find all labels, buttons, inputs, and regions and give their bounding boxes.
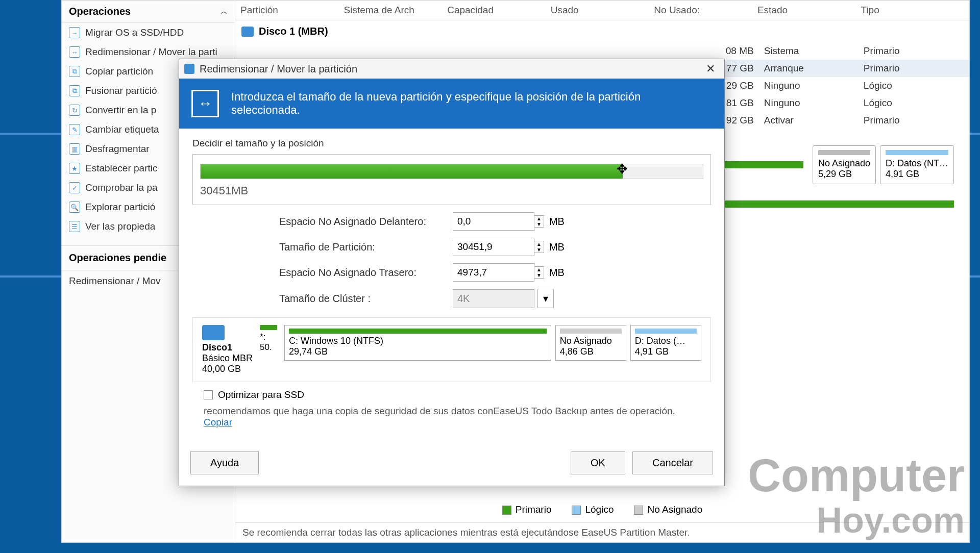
preview-segment[interactable]: No Asignado4,86 GB bbox=[555, 325, 626, 361]
cluster-size-label: Tamaño de Clúster : bbox=[279, 293, 453, 305]
disk-row[interactable]: Disco 1 (MBR) bbox=[235, 20, 969, 42]
operation-icon: ⧉ bbox=[69, 85, 80, 96]
operation-icon: → bbox=[69, 27, 80, 38]
operation-icon: ★ bbox=[69, 163, 80, 174]
close-icon[interactable]: ✕ bbox=[702, 62, 719, 76]
sidebar-item-label: Explorar partició bbox=[85, 202, 155, 213]
rear-space-spinner[interactable]: ▲▼ bbox=[534, 266, 544, 279]
disk-icon bbox=[202, 325, 225, 340]
column-header[interactable]: Capacidad bbox=[447, 5, 551, 16]
sidebar-item-label: Fusionar partició bbox=[85, 85, 157, 96]
unit-label: MB bbox=[549, 216, 565, 228]
sidebar-item-label: Convertir en la p bbox=[85, 105, 156, 116]
column-header[interactable]: Estado bbox=[757, 5, 861, 16]
dialog-title: Redimensionar / Mover la partición bbox=[200, 63, 357, 75]
preview-disk-size: 40,00 GB bbox=[202, 364, 253, 374]
cluster-dropdown-icon[interactable]: ▾ bbox=[537, 289, 554, 308]
legend-item: Primario bbox=[502, 504, 552, 515]
preview-tiny-segment: *: 50. bbox=[260, 325, 277, 353]
disk-icon bbox=[241, 27, 254, 37]
sidebar-item[interactable]: →Migrar OS a SSD/HDD bbox=[62, 23, 235, 42]
legend: PrimarioLógicoNo Asignado bbox=[235, 497, 969, 522]
size-position-label: Decidir el tamaño y la posición bbox=[192, 138, 711, 149]
preview-segment[interactable]: D: Datos (…4,91 GB bbox=[630, 325, 701, 361]
slider-fill: ✥ bbox=[201, 164, 623, 179]
disk-info: Disco1 Básico MBR 40,00 GB bbox=[202, 325, 253, 374]
sidebar-title: Operaciones bbox=[69, 6, 131, 17]
unit-label: MB bbox=[549, 267, 565, 279]
sidebar-item-label: Establecer partic bbox=[85, 163, 158, 174]
column-header[interactable]: Usado bbox=[551, 5, 654, 16]
operation-icon: 🔍 bbox=[69, 202, 80, 213]
sidebar-item-label: Desfragmentar bbox=[85, 143, 150, 155]
backup-recommendation: recomendamos que haga una copia de segur… bbox=[192, 404, 711, 435]
disk-map-segment[interactable]: No Asignado5,29 GB bbox=[813, 145, 876, 184]
preview-segment[interactable]: C: Windows 10 (NTFS)29,74 GB bbox=[284, 325, 551, 361]
sidebar-item-label: Redimensionar / Mover la parti bbox=[85, 46, 217, 58]
rear-space-label: Espacio No Asignado Trasero: bbox=[279, 267, 453, 279]
collapse-icon[interactable]: ︿ bbox=[220, 7, 228, 16]
app-icon bbox=[184, 64, 194, 74]
dialog-titlebar[interactable]: Redimensionar / Mover la partición ✕ bbox=[179, 59, 724, 79]
help-button[interactable]: Ayuda bbox=[190, 451, 259, 474]
ssd-checkbox[interactable] bbox=[204, 390, 213, 399]
column-header[interactable]: No Usado: bbox=[654, 5, 757, 16]
legend-item: Lógico bbox=[572, 504, 614, 515]
dialog-banner: ↔ Introduzca el tamaño de la nueva parti… bbox=[179, 79, 724, 129]
disk-label: Disco 1 (MBR) bbox=[259, 26, 328, 37]
preview-disk-type: Básico MBR bbox=[202, 353, 253, 364]
unit-label: MB bbox=[549, 241, 565, 253]
preview-disk-name: Disco1 bbox=[202, 342, 253, 353]
rear-space-input[interactable] bbox=[453, 263, 534, 282]
front-space-label: Espacio No Asignado Delantero: bbox=[279, 216, 453, 228]
sidebar-item-label: Copiar partición bbox=[85, 66, 153, 77]
front-space-input[interactable] bbox=[453, 212, 534, 231]
partition-size-spinner[interactable]: ▲▼ bbox=[534, 241, 544, 253]
partition-row[interactable]: 08 MBSistemaPrimario bbox=[235, 42, 969, 60]
legend-item: No Asignado bbox=[634, 504, 702, 515]
operation-icon: ↻ bbox=[69, 105, 80, 116]
partition-slider[interactable]: ✥ 30451MB bbox=[192, 154, 711, 205]
operation-icon: ☰ bbox=[69, 221, 80, 232]
operation-icon: ✎ bbox=[69, 124, 80, 135]
front-space-spinner[interactable]: ▲▼ bbox=[534, 215, 544, 228]
sidebar-item-label: Cambiar etiqueta bbox=[85, 124, 159, 135]
backup-link[interactable]: Copiar bbox=[204, 417, 232, 428]
operation-icon: ⧉ bbox=[69, 66, 80, 77]
resize-icon: ↔ bbox=[191, 90, 219, 117]
operation-icon: ▥ bbox=[69, 143, 80, 155]
sidebar-item-label: Ver las propieda bbox=[85, 221, 155, 232]
operation-icon: ↔ bbox=[69, 46, 80, 58]
sidebar-item-label: Comprobar la pa bbox=[85, 182, 158, 193]
slider-value: 30451MB bbox=[200, 184, 703, 197]
column-header[interactable]: Tipo bbox=[861, 5, 964, 16]
partition-size-input[interactable] bbox=[453, 238, 534, 256]
disk-map-segment[interactable]: D: Datos (NT…4,91 GB bbox=[880, 145, 954, 184]
cluster-size-select: 4K bbox=[453, 289, 534, 308]
slider-handle-icon[interactable]: ✥ bbox=[617, 161, 628, 177]
status-bar: Se recomienda cerrar todas las otras apl… bbox=[235, 522, 969, 542]
sidebar-item-label: Migrar OS a SSD/HDD bbox=[85, 27, 184, 38]
disk-preview: Disco1 Básico MBR 40,00 GB *: 50. C: Win… bbox=[192, 317, 711, 382]
operation-icon: ✓ bbox=[69, 182, 80, 193]
resize-partition-dialog: Redimensionar / Mover la partición ✕ ↔ I… bbox=[179, 59, 725, 486]
ok-button[interactable]: OK bbox=[571, 451, 625, 474]
ssd-optimize-label: Optimizar para SSD bbox=[218, 389, 304, 400]
partition-size-label: Tamaño de Partición: bbox=[279, 241, 453, 253]
column-header[interactable]: Partición bbox=[240, 5, 344, 16]
cancel-button[interactable]: Cancelar bbox=[632, 451, 713, 474]
dialog-banner-text: Introduzca el tamaño de la nueva partici… bbox=[231, 90, 712, 117]
partition-table-header: ParticiónSistema de ArchCapacidadUsadoNo… bbox=[235, 1, 969, 20]
sidebar-header: Operaciones ︿ bbox=[62, 1, 235, 23]
column-header[interactable]: Sistema de Arch bbox=[344, 5, 448, 16]
